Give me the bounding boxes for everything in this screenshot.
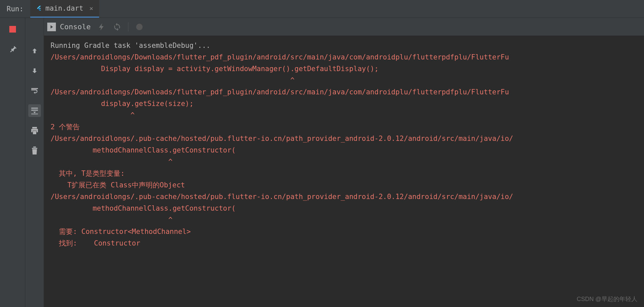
lightning-icon[interactable] — [97, 23, 106, 31]
hot-reload-icon[interactable] — [113, 23, 121, 31]
console-label: Console — [60, 23, 91, 31]
trash-icon — [31, 147, 38, 154]
arrow-up-button[interactable] — [28, 45, 41, 57]
print-icon — [31, 127, 39, 134]
console-line: 需要: Constructor<MethodChannel> — [51, 226, 644, 238]
console-line: methodChannelClass.getConstructor( — [51, 203, 644, 214]
console-toolbar: Console — [44, 18, 644, 36]
console-line: display.getSize(size); — [51, 98, 644, 110]
stop-button[interactable] — [9, 26, 16, 33]
close-tab-icon[interactable]: × — [89, 4, 93, 12]
console-line: /Users/androidlongs/Downloads/flutter_pd… — [51, 51, 644, 63]
clear-all-button[interactable] — [28, 144, 41, 157]
console-line: ^ — [51, 110, 644, 121]
soft-wrap-button[interactable] — [28, 84, 41, 97]
main-area: Console Running Gradle task 'assembleDeb… — [0, 18, 644, 307]
watermark: CSDN @早起的年轻人 — [577, 295, 637, 303]
print-button[interactable] — [28, 124, 41, 137]
console-line: /Users/androidlongs/.pub-cache/hosted/pu… — [51, 191, 644, 203]
console-line: ^ — [51, 75, 644, 86]
console-line: /Users/androidlongs/.pub-cache/hosted/pu… — [51, 133, 644, 145]
content-row: Console Running Gradle task 'assembleDeb… — [25, 18, 644, 307]
console-line: methodChannelClass.getConstructor( — [51, 145, 644, 156]
arrow-down-button[interactable] — [28, 64, 41, 77]
console-line: T扩展已在类 Class中声明的Object — [51, 179, 644, 191]
console-line: 2 个警告 — [51, 121, 644, 133]
arrow-up-icon — [31, 47, 38, 54]
devtools-icon[interactable] — [135, 23, 144, 31]
console-line: Running Gradle task 'assembleDebug'... — [51, 40, 644, 51]
console-pane: Console Running Gradle task 'assembleDeb… — [44, 18, 644, 307]
run-panel-label: Run: — [0, 5, 30, 13]
console-toggle[interactable]: Console — [47, 23, 91, 31]
run-tab-main-dart[interactable]: main.dart × — [30, 0, 99, 18]
console-line: /Users/androidlongs/Downloads/flutter_pd… — [51, 86, 644, 98]
expand-icon — [47, 23, 56, 31]
console-line: ^ — [51, 214, 644, 226]
toolbar-divider — [128, 22, 128, 32]
soft-wrap-icon — [31, 87, 39, 94]
scroll-to-end-button[interactable] — [28, 104, 41, 117]
console-line: 其中, T是类型变量: — [51, 168, 644, 179]
tab-label: main.dart — [46, 4, 83, 12]
svg-point-0 — [136, 24, 143, 30]
left-gutter — [0, 18, 25, 307]
top-bar: Run: main.dart × — [0, 0, 644, 18]
console-line: Display display = activity.getWindowMana… — [51, 63, 644, 75]
console-output[interactable]: Running Gradle task 'assembleDebug'.../U… — [44, 36, 644, 249]
flutter-icon — [36, 5, 42, 12]
console-line: ^ — [51, 156, 644, 168]
tool-column — [25, 18, 44, 307]
scroll-to-end-icon — [31, 107, 39, 114]
pin-icon[interactable] — [6, 43, 19, 56]
arrow-down-icon — [31, 67, 38, 74]
console-line: 找到: Constructor — [51, 238, 644, 249]
